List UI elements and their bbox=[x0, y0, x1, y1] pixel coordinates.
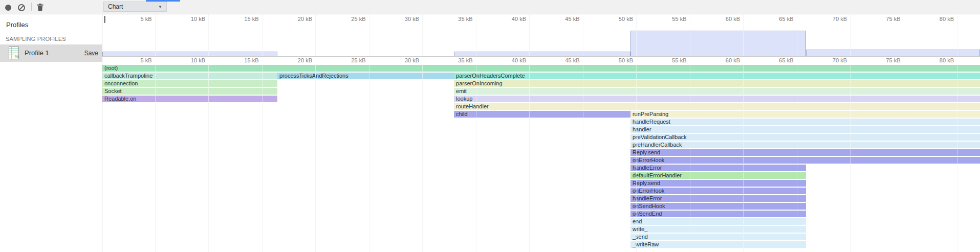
ruler-label-75kB: 75 kB bbox=[870, 57, 901, 64]
flame-bar-root[interactable]: (root) bbox=[102, 65, 980, 72]
sidebar-title: Profiles bbox=[6, 21, 28, 29]
flame-bar-handleError[interactable]: handleError bbox=[630, 195, 806, 202]
clear-all-profiles-icon[interactable] bbox=[18, 4, 25, 11]
ruler-label-45kB: 45 kB bbox=[549, 57, 580, 64]
flame-bar-emit[interactable]: emit bbox=[454, 88, 980, 95]
flame-bar-Socket[interactable]: Socket bbox=[102, 88, 277, 95]
flame-bar-preValidationCallback[interactable]: preValidationCallback bbox=[630, 134, 980, 141]
overview-selection-shape bbox=[102, 14, 980, 56]
save-profile-link[interactable]: Save bbox=[84, 50, 98, 57]
ruler-label-25kB: 25 kB bbox=[335, 57, 366, 64]
overview-left-handle[interactable] bbox=[104, 16, 105, 23]
flame-bar-onErrorHook[interactable]: onErrorHook bbox=[630, 157, 980, 164]
overview-selection-segment[interactable] bbox=[630, 31, 806, 56]
flame-bar-defaultErrorHandler[interactable]: defaultErrorHandler bbox=[630, 172, 806, 179]
memory-overview[interactable]: 5 kB10 kB15 kB20 kB25 kB30 kB35 kB40 kB4… bbox=[102, 14, 980, 57]
flame-bar-Reply.send[interactable]: Reply.send bbox=[630, 149, 980, 156]
flame-bar-onSendEnd[interactable]: onSendEnd bbox=[630, 211, 806, 217]
profile-item[interactable]: % Profile 1 Save bbox=[0, 44, 102, 62]
flame-bar-parserOnIncoming[interactable]: parserOnIncoming bbox=[454, 80, 980, 87]
ruler-label-20kB: 20 kB bbox=[281, 57, 312, 64]
flame-chart-panel: 5 kB10 kB15 kB20 kB25 kB30 kB35 kB40 kB4… bbox=[102, 14, 980, 252]
delete-profile-icon[interactable] bbox=[36, 3, 44, 11]
flame-bar-handleRequest[interactable]: handleRequest bbox=[630, 119, 980, 125]
flame-bar-_send[interactable]: _send bbox=[630, 234, 806, 240]
sampling-profile-icon: % bbox=[9, 47, 19, 59]
flame-bar-routeHandler[interactable]: routeHandler bbox=[454, 103, 980, 110]
ruler-label-5kB: 5 kB bbox=[121, 57, 152, 64]
ruler-label-15kB: 15 kB bbox=[228, 57, 259, 64]
profiles-sidebar: Profiles SAMPLING PROFILES % Profile 1 S… bbox=[0, 14, 102, 252]
chevron-down-icon: ▼ bbox=[158, 5, 162, 9]
flame-bar-child[interactable]: child bbox=[454, 111, 630, 118]
flame-bar-onSendHook[interactable]: onSendHook bbox=[630, 203, 806, 210]
flame-bar-handleError[interactable]: handleError bbox=[630, 165, 806, 171]
flame-bar-write_[interactable]: write_ bbox=[630, 226, 806, 233]
ruler-label-35kB: 35 kB bbox=[442, 57, 473, 64]
flame-bar-processTicksAndRejections[interactable]: processTicksAndRejections bbox=[277, 73, 454, 79]
flame-bar-preHandlerCallback[interactable]: preHandlerCallback bbox=[630, 142, 980, 148]
view-mode-select[interactable]: Chart ▼ bbox=[103, 2, 167, 12]
ruler-label-65kB: 65 kB bbox=[763, 57, 794, 64]
flame-bar-handler[interactable]: handler bbox=[630, 126, 980, 133]
flame-bar-callbackTrampoline[interactable]: callbackTrampoline bbox=[102, 73, 277, 79]
ruler-label-40kB: 40 kB bbox=[495, 57, 526, 64]
profile-name: Profile 1 bbox=[25, 49, 49, 57]
toolbar: Chart ▼ bbox=[0, 0, 980, 14]
ruler-label-80kB: 80 kB bbox=[923, 57, 954, 64]
flame-bar-Reply.send[interactable]: Reply.send bbox=[630, 180, 806, 187]
flame-bar-parserOnHeadersComplete[interactable]: parserOnHeadersComplete bbox=[454, 73, 980, 79]
ruler-label-55kB: 55 kB bbox=[656, 57, 687, 64]
toolbar-divider bbox=[31, 3, 32, 11]
ruler-label-50kB: 50 kB bbox=[602, 57, 633, 64]
flame-ruler: 5 kB10 kB15 kB20 kB25 kB30 kB35 kB40 kB4… bbox=[102, 57, 980, 64]
ruler-label-30kB: 30 kB bbox=[388, 57, 419, 64]
overview-selection-segment[interactable] bbox=[102, 52, 277, 56]
sampling-profiles-header: SAMPLING PROFILES bbox=[6, 36, 66, 42]
ruler-label-60kB: 60 kB bbox=[709, 57, 740, 64]
view-mode-value: Chart bbox=[108, 3, 123, 10]
flame-bar-onErrorHook[interactable]: onErrorHook bbox=[630, 188, 806, 194]
flame-bar-onconnection[interactable]: onconnection bbox=[102, 80, 277, 87]
ruler-label-10kB: 10 kB bbox=[175, 57, 205, 64]
overview-selection-segment[interactable] bbox=[454, 52, 630, 56]
flame-bar-end[interactable]: end bbox=[630, 218, 806, 225]
flame-bar-Readable.on[interactable]: Readable.on bbox=[102, 96, 277, 102]
overview-selection-segment[interactable] bbox=[806, 50, 980, 56]
flame-bar-_writeRaw[interactable]: _writeRaw bbox=[630, 241, 806, 248]
flame-ruler-row: 5 kB10 kB15 kB20 kB25 kB30 kB35 kB40 kB4… bbox=[102, 57, 980, 64]
flame-bar-runPreParsing[interactable]: runPreParsing bbox=[630, 111, 980, 118]
flame-chart[interactable]: (root)callbackTrampolineprocessTicksAndR… bbox=[102, 64, 980, 252]
record-button[interactable] bbox=[5, 5, 11, 11]
percent-glyph: % bbox=[14, 54, 18, 59]
ruler-label-70kB: 70 kB bbox=[816, 57, 847, 64]
flame-bar-lookup[interactable]: lookup bbox=[454, 96, 980, 102]
devtools-sampling-profiler: Chart ▼ Profiles SAMPLING PROFILES % Pro… bbox=[0, 0, 980, 252]
